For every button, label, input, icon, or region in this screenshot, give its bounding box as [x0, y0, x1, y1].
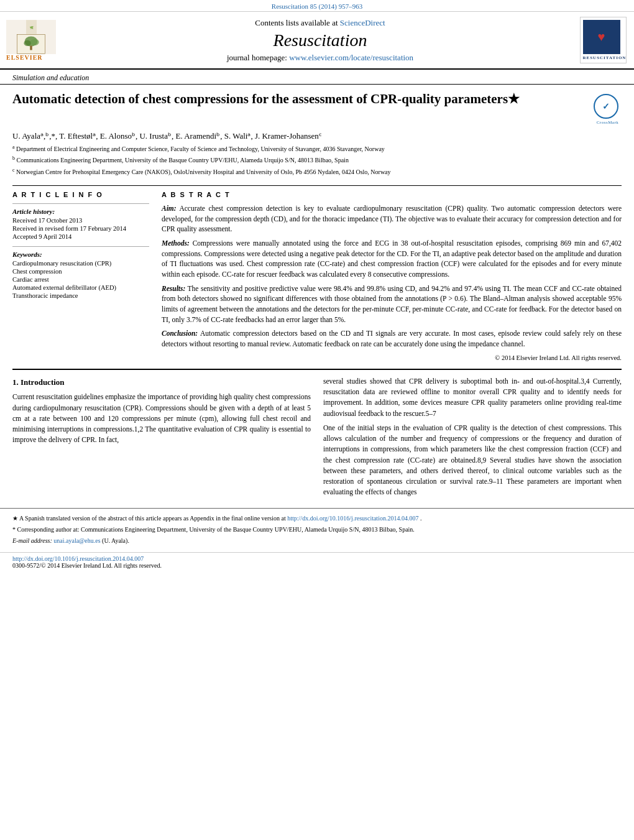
article-title-area: Automatic detection of chest compression… [0, 85, 634, 129]
footnote-email: E-mail address: unai.ayala@ehu.es (U. Ay… [12, 536, 622, 545]
article-info-abstract: A R T I C L E I N F O Article history: R… [0, 191, 634, 362]
footnote-email-label: E-mail address: [12, 537, 53, 544]
body-content: 1. Introduction Current resuscitation gu… [0, 370, 634, 508]
affiliations: a Department of Electrical Engineering a… [12, 144, 622, 177]
conclusion-text: Automatic compression detectors based on… [162, 330, 622, 348]
sciencedirect-link[interactable]: ScienceDirect [340, 18, 385, 27]
contents-list-line: Contents lists available at ScienceDirec… [68, 18, 572, 28]
body-right-para-2: One of the initial steps in the evaluati… [323, 423, 622, 498]
journal-center: Contents lists available at ScienceDirec… [68, 18, 572, 63]
issn-copyright: 0300-9572/© 2014 Elsevier Ireland Ltd. A… [12, 562, 162, 569]
footnote-corresponding-text: Corresponding author at: Communications … [17, 526, 415, 533]
history-accepted: Accepted 9 April 2014 [12, 233, 149, 240]
homepage-prefix: journal homepage: [227, 53, 289, 62]
article-info-header: A R T I C L E I N F O [12, 191, 149, 198]
journal-header: ELSEVIER Contents lists available at Sci… [0, 12, 634, 70]
aim-text: Accurate chest compression detection is … [162, 205, 622, 233]
crossmark-badge: ✓ CrossMark [594, 94, 622, 125]
article-history-title: Article history: [12, 208, 149, 215]
keyword-3: Cardiac arrest [12, 276, 149, 283]
svg-point-2 [24, 40, 31, 45]
resuscitation-badge: RESUSCITATION [580, 17, 627, 63]
body-right-col: several studies showed that CPR delivery… [323, 376, 622, 502]
abstract-results: Results: The sensitivity and positive pr… [162, 284, 622, 325]
affiliation-a: a Department of Electrical Engineering a… [12, 144, 622, 154]
body-left-col: 1. Introduction Current resuscitation gu… [12, 376, 311, 502]
article-history: Article history: Received 17 October 201… [12, 208, 149, 240]
elsevier-logo-image [6, 20, 56, 54]
abstract-content: Aim: Accurate chest compression detectio… [162, 203, 622, 362]
crossmark-icon: ✓ [594, 94, 618, 119]
abstract-header: A B S T R A C T [162, 191, 622, 198]
homepage-link[interactable]: www.elsevier.com/locate/resuscitation [289, 53, 413, 62]
body-left-para-1: Current resuscitation guidelines emphasi… [12, 392, 311, 445]
footnote-email-extra: (U. Ayala). [102, 537, 129, 544]
footnote-star-2-symbol: * [12, 526, 17, 533]
abstract-conclusion: Conclusion: Automatic compression detect… [162, 328, 622, 349]
footnote-corresponding: * Corresponding author at: Communication… [12, 525, 622, 534]
bottom-bar: http://dx.doi.org/10.1016/j.resuscitatio… [0, 552, 634, 571]
body-right-para-1: several studies showed that CPR delivery… [323, 376, 622, 419]
abstract-col: A B S T R A C T Aim: Accurate chest comp… [162, 191, 622, 362]
article-section-label: Simulation and education [0, 70, 634, 85]
doi-link[interactable]: http://dx.doi.org/10.1016/j.resuscitatio… [12, 555, 144, 562]
keyword-1: Cardiopulmonary resuscitation (CPR) [12, 260, 149, 267]
abstract-methods: Methods: Compressions were manually anno… [162, 238, 622, 280]
author-list: U. Ayalaᵃ,ᵇ,*, T. Eftestølᵃ, E. Alonsoᵇ,… [12, 131, 622, 141]
elsevier-logo: ELSEVIER [6, 20, 62, 61]
footnote-star-text: A Spanish translated version of the abst… [19, 515, 287, 522]
journal-title: Resuscitation [68, 30, 572, 50]
footnote-email-address[interactable]: unai.ayala@ehu.es [53, 537, 100, 544]
copyright-line: © 2014 Elsevier Ireland Ltd. All rights … [162, 353, 622, 362]
results-label: Results: [162, 285, 185, 292]
aim-label: Aim: [162, 205, 177, 212]
keyword-5: Transthoracic impedance [12, 292, 149, 299]
conclusion-label: Conclusion: [162, 330, 198, 337]
journal-homepage-line: journal homepage: www.elsevier.com/locat… [68, 53, 572, 63]
svg-rect-4 [30, 45, 32, 50]
author-names: U. Ayalaᵃ,ᵇ,*, T. Eftestølᵃ, E. Alonsoᵇ,… [12, 131, 322, 141]
resuscitation-badge-image [583, 20, 620, 54]
footnote-doi-link-1[interactable]: http://dx.doi.org/10.1016/j.resuscitatio… [287, 515, 418, 522]
keyword-2: Chest compression [12, 268, 149, 275]
section-divider-1 [12, 185, 622, 186]
journal-citation-bar: Resuscitation 85 (2014) 957–963 [0, 0, 634, 12]
affiliation-b: b Communications Engineering Department,… [12, 155, 622, 165]
history-received: Received 17 October 2013 [12, 217, 149, 224]
journal-logo-right: RESUSCITATION [578, 17, 628, 63]
contents-text: Contents lists available at [255, 18, 339, 27]
svg-point-3 [30, 39, 39, 45]
article-info-col: A R T I C L E I N F O Article history: R… [12, 191, 149, 362]
section-1-heading: 1. Introduction [12, 376, 311, 389]
elsevier-label: ELSEVIER [6, 54, 62, 61]
article-title: Automatic detection of chest compression… [12, 91, 587, 108]
keywords-section: Keywords: Cardiopulmonary resuscitation … [12, 251, 149, 299]
methods-label: Methods: [162, 239, 190, 247]
affiliation-c: c Norwegian Centre for Prehospital Emerg… [12, 167, 622, 177]
footnote-star: ★ A Spanish translated version of the ab… [12, 514, 622, 523]
history-revised: Received in revised form 17 February 201… [12, 225, 149, 232]
footnote-star-symbol: ★ [12, 515, 19, 522]
abstract-aim: Aim: Accurate chest compression detectio… [162, 203, 622, 234]
article-title-text: Automatic detection of chest compression… [12, 91, 587, 108]
keyword-4: Automated external defibrillator (AED) [12, 284, 149, 291]
footnotes-area: ★ A Spanish translated version of the ab… [0, 508, 634, 552]
resuscitation-badge-label: RESUSCITATION [583, 55, 623, 60]
results-text: The sensitivity and positive predictive … [162, 285, 622, 323]
keywords-title: Keywords: [12, 251, 149, 258]
journal-citation-text: Resuscitation 85 (2014) 957–963 [272, 2, 362, 10]
authors-area: U. Ayalaᵃ,ᵇ,*, T. Eftestølᵃ, E. Alonsoᵇ,… [0, 129, 634, 180]
methods-text: Compressions were manually annotated usi… [162, 239, 622, 278]
crossmark-label: CrossMark [594, 120, 622, 125]
